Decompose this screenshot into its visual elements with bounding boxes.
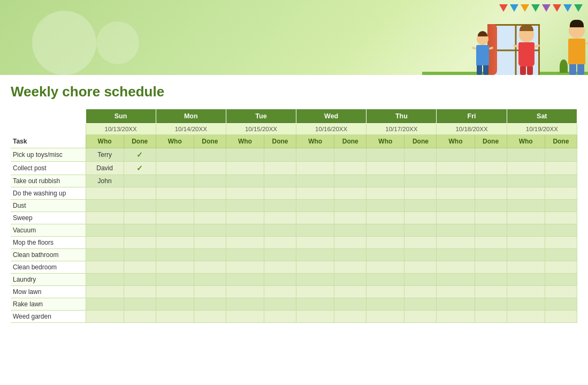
cell-who-day5[interactable] (437, 249, 475, 261)
cell-done-day6[interactable] (545, 224, 577, 237)
cell-done-day3[interactable] (334, 187, 366, 200)
cell-who-day1[interactable] (156, 187, 194, 200)
cell-done-day5[interactable] (475, 298, 507, 311)
cell-done-day1[interactable] (194, 175, 226, 187)
cell-done-day1[interactable] (194, 200, 226, 212)
cell-who-day1[interactable] (156, 261, 194, 274)
cell-who-day0[interactable] (86, 261, 124, 274)
cell-done-day0[interactable] (124, 187, 156, 200)
cell-done-day6[interactable] (545, 249, 577, 261)
cell-done-day1[interactable] (194, 274, 226, 286)
cell-done-day6[interactable] (545, 212, 577, 224)
cell-who-day5[interactable] (437, 175, 475, 187)
cell-who-day5[interactable] (437, 286, 475, 298)
cell-who-day5[interactable] (437, 200, 475, 212)
cell-who-day4[interactable] (366, 187, 404, 200)
cell-done-day2[interactable] (264, 249, 296, 261)
cell-who-day1[interactable] (156, 249, 194, 261)
cell-done-day3[interactable] (334, 286, 366, 298)
cell-done-day5[interactable] (475, 237, 507, 249)
cell-who-day2[interactable] (226, 286, 264, 298)
cell-who-day6[interactable] (507, 311, 545, 323)
cell-done-day6[interactable] (545, 237, 577, 249)
cell-done-day1[interactable] (194, 212, 226, 224)
cell-done-day2[interactable] (264, 224, 296, 237)
cell-done-day0[interactable] (124, 224, 156, 237)
cell-done-day5[interactable] (475, 286, 507, 298)
cell-done-day4[interactable] (404, 286, 437, 298)
cell-who-day5[interactable] (437, 261, 475, 274)
cell-done-day5[interactable] (475, 148, 507, 162)
cell-done-day3[interactable] (334, 224, 366, 237)
cell-done-day2[interactable] (264, 311, 296, 323)
cell-who-day4[interactable] (366, 200, 404, 212)
cell-who-day4[interactable] (366, 298, 404, 311)
cell-who-day1[interactable] (156, 200, 194, 212)
cell-done-day0[interactable] (124, 311, 156, 323)
cell-done-day3[interactable] (334, 261, 366, 274)
cell-who-day1[interactable] (156, 286, 194, 298)
cell-who-day1[interactable] (156, 298, 194, 311)
cell-who-day0[interactable] (86, 249, 124, 261)
cell-who-day5[interactable] (437, 274, 475, 286)
cell-who-day0[interactable] (86, 224, 124, 237)
cell-who-day4[interactable] (366, 175, 404, 187)
cell-done-day4[interactable] (404, 224, 437, 237)
cell-done-day4[interactable] (404, 298, 437, 311)
cell-who-day6[interactable] (507, 224, 545, 237)
cell-who-day4[interactable] (366, 274, 404, 286)
cell-who-day1[interactable] (156, 274, 194, 286)
cell-done-day3[interactable] (334, 298, 366, 311)
cell-who-day4[interactable] (366, 212, 404, 224)
cell-done-day1[interactable] (194, 187, 226, 200)
cell-done-day3[interactable] (334, 274, 366, 286)
cell-done-day2[interactable] (264, 162, 296, 175)
cell-who-day2[interactable] (226, 175, 264, 187)
cell-done-day1[interactable] (194, 311, 226, 323)
cell-who-day3[interactable] (296, 298, 334, 311)
cell-done-day5[interactable] (475, 212, 507, 224)
cell-done-day5[interactable] (475, 162, 507, 175)
cell-done-day6[interactable] (545, 175, 577, 187)
cell-done-day5[interactable] (475, 187, 507, 200)
cell-who-day1[interactable] (156, 224, 194, 237)
cell-who-day4[interactable] (366, 162, 404, 175)
cell-done-day0[interactable]: ✓ (124, 162, 156, 175)
cell-who-day3[interactable] (296, 286, 334, 298)
cell-done-day6[interactable] (545, 261, 577, 274)
cell-who-day0[interactable]: David (86, 162, 124, 175)
cell-who-day2[interactable] (226, 237, 264, 249)
cell-who-day6[interactable] (507, 212, 545, 224)
cell-who-day2[interactable] (226, 148, 264, 162)
cell-who-day2[interactable] (226, 187, 264, 200)
cell-done-day4[interactable] (404, 249, 437, 261)
cell-done-day5[interactable] (475, 261, 507, 274)
cell-who-day1[interactable] (156, 148, 194, 162)
cell-done-day2[interactable] (264, 298, 296, 311)
cell-who-day2[interactable] (226, 224, 264, 237)
cell-done-day2[interactable] (264, 274, 296, 286)
cell-done-day6[interactable] (545, 187, 577, 200)
cell-done-day1[interactable] (194, 298, 226, 311)
cell-done-day0[interactable] (124, 237, 156, 249)
cell-who-day4[interactable] (366, 311, 404, 323)
cell-who-day3[interactable] (296, 212, 334, 224)
cell-who-day5[interactable] (437, 162, 475, 175)
cell-done-day1[interactable] (194, 286, 226, 298)
cell-who-day4[interactable] (366, 286, 404, 298)
cell-done-day0[interactable] (124, 298, 156, 311)
cell-who-day3[interactable] (296, 224, 334, 237)
cell-done-day4[interactable] (404, 162, 437, 175)
cell-done-day4[interactable] (404, 261, 437, 274)
cell-done-day1[interactable] (194, 148, 226, 162)
cell-who-day0[interactable] (86, 286, 124, 298)
cell-who-day3[interactable] (296, 148, 334, 162)
cell-who-day3[interactable] (296, 200, 334, 212)
cell-who-day0[interactable] (86, 187, 124, 200)
cell-who-day3[interactable] (296, 249, 334, 261)
cell-done-day4[interactable] (404, 212, 437, 224)
cell-who-day0[interactable] (86, 212, 124, 224)
cell-done-day6[interactable] (545, 311, 577, 323)
cell-who-day6[interactable] (507, 200, 545, 212)
cell-who-day6[interactable] (507, 187, 545, 200)
